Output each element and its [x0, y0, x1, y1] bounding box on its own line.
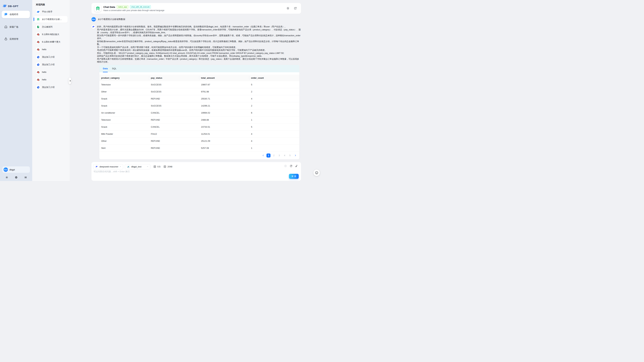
conversation-label: 9.11和9.90哪个更大 [42, 40, 60, 44]
feedback-button[interactable] [314, 170, 320, 176]
conversation-label: hello [42, 48, 46, 51]
send-button[interactable]: 发 送 [289, 174, 299, 179]
nav-item-app-management[interactable]: 应用管理 [2, 36, 30, 42]
sun-icon [5, 176, 8, 179]
table-column-header: order_count [249, 75, 299, 81]
regenerate-button[interactable] [290, 164, 292, 168]
database-select-value: dbgpt_test [131, 166, 142, 168]
language-button[interactable] [14, 176, 18, 179]
broom-icon [295, 164, 298, 168]
app-description: Have a conversation with your private da… [103, 9, 164, 12]
table-cell: CANCEL [149, 112, 199, 114]
table-row: Milk Powder FAILD 11254.01 4 [99, 130, 299, 138]
collapse-sidebar-button[interactable] [24, 176, 27, 179]
pagination-prev-button[interactable] [261, 154, 265, 158]
conversation-label: 9.11和9.9谁比较大 [42, 33, 59, 36]
table-row: Snack REFUND 25530.71 4 [99, 95, 299, 102]
table-cell: 11254.01 [199, 133, 249, 135]
pagination-next-button[interactable] [293, 154, 297, 158]
table-column-header: pay_status [149, 75, 199, 81]
table-cell: 5257.08 [199, 147, 249, 149]
table-header-row: product_category pay_status total_amount… [99, 75, 299, 81]
table-cell: Air conditioner [99, 112, 149, 114]
chat-data-app-icon [94, 5, 101, 12]
table-row: Television SUCCESS 19807.67 5 [99, 81, 299, 88]
conversation-item[interactable]: hello [34, 69, 68, 76]
table-cell: Other [99, 90, 149, 93]
composer-card: deepseek-reasoner MySQL dbgpt_test 0.5 [92, 162, 301, 181]
table-row: Air conditioner CANCEL 19994.02 6 [99, 109, 299, 116]
conversation-item[interactable]: A 混合加工介绍 [34, 61, 68, 68]
assistant-paragraph: 首先检查transaction_order表是否包含足够的字段。product_… [97, 40, 301, 46]
conversation-item[interactable]: hello [34, 46, 68, 53]
conversation-app-icon [36, 47, 40, 52]
tab-sql[interactable]: SQL [112, 67, 116, 70]
table-body: Television SUCCESS 19807.67 5 Other SUCC… [99, 81, 299, 152]
share-export-icon [294, 7, 297, 10]
pagination-page-button[interactable]: 1 [266, 154, 270, 158]
conversation-list-title: 对话列表 [36, 3, 45, 6]
pagination-page-button[interactable]: 3 [277, 154, 281, 158]
table-cell: 5 [249, 126, 299, 128]
conversation-item[interactable]: hello [34, 76, 68, 83]
panel-collapse-handle[interactable] [69, 78, 71, 84]
nav-item-online-chat[interactable]: 在线对话 [2, 11, 30, 18]
table-cell: SUCCESS [149, 83, 199, 86]
pause-button[interactable] [284, 164, 287, 168]
svg-text:A: A [38, 64, 39, 66]
table-cell: 2488.88 [199, 118, 249, 121]
assistant-paragraph: 这样按产品分类和付款状态两个维度进行统计，显示总金额和订单数量。数据展示方式适合… [97, 55, 301, 58]
table-cell: Television [99, 118, 149, 121]
table-cell: 1 [249, 147, 299, 149]
user-name: dbgpt [10, 168, 15, 171]
conversation-label: 从2个维度统计分析... [42, 18, 62, 21]
conversation-item[interactable]: 9.11和9.90哪个更大 [34, 38, 68, 45]
table-row: Snack SUCCESS 14299.21 2 [99, 102, 299, 109]
table-cell: CANCEL [149, 126, 199, 128]
table-cell: 5 [249, 83, 299, 86]
table-cell: 14299.21 [199, 104, 249, 107]
assistant-paragraph: 用户需要从两个维度统计分析销售数据。交易订单表（transaction_orde… [97, 58, 301, 64]
pagination-page-button[interactable]: 2 [272, 154, 276, 158]
smiley-icon [315, 171, 318, 175]
table-cell: Television [99, 83, 149, 86]
user-avatar: dbgpt [4, 168, 8, 172]
left-sidebar: DB-GPT 在线对话 探索广场 应用管理 dbgpt dbgpt [0, 0, 32, 181]
table-cell: 19807.67 [199, 83, 249, 86]
conversation-item[interactable]: 从2个维度统计分析... [34, 16, 68, 23]
assistant-paragraph: 考虑到用户可能希望两个维度来自同一表以避免复杂连接，或者如果使用国家的话需要连接… [97, 49, 301, 52]
message-input[interactable] [94, 170, 201, 176]
table-cell: 4 [249, 98, 299, 100]
table-cell: Other [99, 140, 149, 142]
conversation-item[interactable]: 怎么修改列 [34, 24, 68, 30]
clear-history-button[interactable] [295, 164, 298, 168]
conversation-item[interactable]: 9.11和9.9谁比较大 [34, 31, 68, 38]
temperature-control[interactable]: 0.5 [153, 165, 160, 168]
database-select[interactable]: MySQL dbgpt_test [125, 164, 150, 170]
conversation-item[interactable]: 平台小助手 [34, 8, 68, 15]
model-select[interactable]: deepseek-reasoner [93, 164, 123, 170]
assistant-message-row: 好的，用户的问题是要从两个维度统计分析销售数据。首先，我需要确定数据库中有哪些相… [92, 25, 301, 159]
chat-column: Chat Data native_app chat_with_db_execut… [92, 3, 301, 181]
table-cell: Snack [99, 104, 149, 107]
nav-item-explore[interactable]: 探索广场 [2, 24, 30, 30]
max-tokens-control[interactable]: 2048 [164, 165, 172, 168]
user-chip[interactable]: dbgpt dbgpt [2, 166, 30, 173]
pagination-page-button[interactable]: 4 [282, 154, 286, 158]
share-button[interactable] [294, 7, 297, 10]
assistant-paragraph: 因为用户可能需要同一表中的两个字段进行分组，或者跨表连接。例如，按产品分类和国家… [97, 34, 301, 40]
favorite-button[interactable] [286, 7, 290, 10]
pause-circle-icon [284, 164, 287, 168]
conversation-item[interactable]: A 混合加工介绍 [34, 54, 68, 60]
main-area: Chat Data native_app chat_with_db_execut… [70, 0, 322, 181]
table-cell: Skirt [99, 147, 149, 149]
tab-data[interactable]: Data [103, 67, 108, 70]
app-header-actions [286, 7, 297, 10]
pagination-page-button[interactable]: 5 [288, 154, 292, 158]
sidebar-footer [5, 176, 27, 179]
conversation-item[interactable]: A 混合加工介绍 [34, 84, 68, 90]
conversation-label: 混合加工介绍 [42, 56, 54, 58]
theme-toggle-button[interactable] [5, 176, 8, 179]
pagination: 1 2 3 4 5 [99, 152, 299, 159]
table-row: Skirt REFUND 5257.08 1 [99, 144, 299, 152]
